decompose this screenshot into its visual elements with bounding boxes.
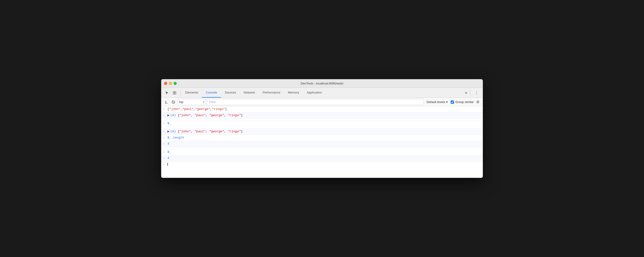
filter-input[interactable]	[207, 99, 424, 105]
more-tabs-button[interactable]: »	[463, 88, 469, 98]
tab-divider	[180, 89, 180, 96]
toolbar-icons	[162, 88, 179, 98]
svg-rect-3	[175, 93, 176, 94]
tab-sources[interactable]: Sources	[221, 88, 240, 98]
tab-memory[interactable]: Memory	[284, 88, 303, 98]
row-content: $_.length	[168, 136, 481, 140]
console-empty-row	[161, 147, 483, 149]
levels-label: Default levels	[427, 100, 445, 104]
tab-right-divider	[470, 89, 470, 96]
maximize-button[interactable]	[174, 82, 177, 85]
row-content: $_	[168, 150, 481, 154]
settings-button[interactable]: ⚙	[475, 99, 481, 105]
tab-spacer	[326, 88, 463, 98]
context-selector-arrow-icon: ▾	[203, 101, 204, 103]
console-row: ‹ 4	[161, 141, 483, 147]
tab-network[interactable]: Network	[240, 88, 259, 98]
tab-bar: Elements Console Sources Network Perform…	[161, 88, 483, 98]
window-title: DevTools - localhost:8080/web/	[300, 82, 344, 85]
traffic-lights	[164, 82, 177, 85]
row-content: (4) ["john", "paul", "george", "ringo"]	[168, 129, 481, 134]
svg-rect-0	[173, 91, 174, 93]
levels-dropdown-arrow-icon: ▾	[446, 100, 448, 104]
tab-performance[interactable]: Performance	[259, 88, 284, 98]
console-input[interactable]	[168, 162, 481, 167]
console-row: ‹ (4) ["john", "paul", "george", "ringo"…	[161, 113, 483, 119]
console-empty-row	[161, 119, 483, 121]
cursor-blink	[168, 163, 168, 166]
console-cursor-row[interactable]: ›	[161, 162, 483, 167]
devtools-window: DevTools - localhost:8080/web/ Elements	[161, 79, 483, 178]
console-row: › $_	[161, 121, 483, 127]
minimize-button[interactable]	[169, 82, 172, 85]
clear-console-button[interactable]	[170, 99, 176, 105]
row-arrow-right: ›	[163, 136, 168, 140]
console-row: › ["john","paul","george","ringo"]	[161, 106, 483, 113]
row-arrow-left: ‹	[163, 142, 168, 146]
layers-icon-button[interactable]	[171, 90, 178, 96]
row-arrow-left: ‹	[163, 113, 168, 118]
tab-console[interactable]: Console	[202, 88, 221, 98]
cursor-icon-button[interactable]	[164, 90, 170, 96]
row-content: 4	[168, 156, 481, 160]
expand-triangle-icon[interactable]	[168, 114, 169, 117]
row-arrow-left: ‹	[163, 129, 168, 134]
kebab-menu-button[interactable]: ⋮	[473, 90, 480, 96]
group-similar-checkbox[interactable]	[451, 100, 454, 104]
row-content: $_	[168, 121, 481, 126]
close-button[interactable]	[164, 82, 167, 85]
row-arrow-right: ›	[163, 162, 168, 167]
console-toolbar: top ▾ Default levels ▾ Group similar ⚙	[161, 98, 483, 106]
gear-icon: ⚙	[476, 100, 480, 104]
row-arrow-left: ‹	[163, 156, 168, 161]
console-output: › ["john","paul","george","ringo"] ‹ (4)…	[161, 106, 483, 178]
tab-bar-right: ⋮	[471, 88, 482, 98]
row-arrow-right: ›	[163, 150, 168, 154]
row-content: 4	[168, 142, 481, 146]
console-row: › $_	[161, 149, 483, 155]
svg-rect-1	[175, 91, 176, 93]
console-row: › $_.length	[161, 135, 483, 141]
tab-application[interactable]: Application	[303, 88, 326, 98]
expand-triangle-icon[interactable]	[168, 130, 169, 133]
execute-context-button[interactable]	[163, 99, 169, 105]
console-row: ‹ (4) ["john", "paul", "george", "ringo"…	[161, 129, 483, 135]
title-bar: DevTools - localhost:8080/web/	[161, 79, 483, 88]
group-similar-label[interactable]: Group similar	[451, 100, 474, 104]
svg-rect-2	[173, 93, 174, 94]
levels-dropdown[interactable]: Default levels ▾	[425, 99, 450, 105]
row-content: ["john","paul","george","ringo"]	[168, 107, 481, 111]
row-content: (4) ["john", "paul", "george", "ringo"]	[168, 113, 481, 118]
context-selector[interactable]: top ▾	[178, 99, 206, 105]
console-empty-row	[161, 127, 483, 129]
console-row: ‹ 4	[161, 155, 483, 162]
row-arrow-right: ›	[163, 121, 168, 126]
tab-elements[interactable]: Elements	[182, 88, 202, 98]
row-arrow-right: ›	[163, 107, 168, 112]
svg-line-6	[172, 101, 174, 103]
